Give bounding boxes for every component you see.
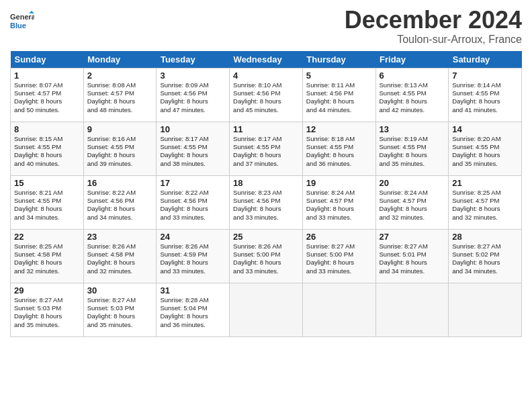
table-row: 29Sunrise: 8:27 AMSunset: 5:03 PMDayligh… xyxy=(11,283,84,336)
table-row xyxy=(449,283,522,336)
day-info: Sunset: 4:55 PM xyxy=(160,143,226,151)
day-number: 18 xyxy=(233,178,299,188)
day-info: Sunrise: 8:20 AM xyxy=(452,135,518,143)
day-info: Sunrise: 8:27 AM xyxy=(306,242,372,250)
table-row: 18Sunrise: 8:23 AMSunset: 4:56 PMDayligh… xyxy=(230,175,303,229)
day-info: Sunset: 5:01 PM xyxy=(380,250,445,259)
day-number: 22 xyxy=(14,232,80,242)
day-info: and 37 minutes. xyxy=(233,160,299,168)
day-info: Daylight: 8 hours xyxy=(14,312,80,320)
day-info: Sunset: 5:00 PM xyxy=(306,250,372,259)
day-number: 21 xyxy=(452,178,518,188)
day-info: Sunset: 5:03 PM xyxy=(87,304,153,312)
day-number: 2 xyxy=(87,71,153,81)
day-info: Sunrise: 8:22 AM xyxy=(87,189,153,197)
day-info: and 33 minutes. xyxy=(306,267,372,275)
table-row: 10Sunrise: 8:17 AMSunset: 4:55 PMDayligh… xyxy=(157,122,230,175)
day-info: Daylight: 8 hours xyxy=(306,259,372,267)
day-info: and 40 minutes. xyxy=(14,160,80,168)
col-saturday: Saturday xyxy=(449,51,522,68)
day-info: Daylight: 8 hours xyxy=(233,259,299,267)
day-info: Daylight: 8 hours xyxy=(160,97,226,105)
day-info: Daylight: 8 hours xyxy=(87,205,153,213)
day-info: Sunset: 4:55 PM xyxy=(306,143,372,151)
day-info: Sunset: 4:57 PM xyxy=(452,197,518,205)
logo-svg: General Blue xyxy=(10,11,34,35)
day-info: Sunrise: 8:28 AM xyxy=(160,296,226,304)
col-wednesday: Wednesday xyxy=(230,51,303,68)
table-row: 22Sunrise: 8:25 AMSunset: 4:58 PMDayligh… xyxy=(11,229,84,283)
table-row: 7Sunrise: 8:14 AMSunset: 4:55 PMDaylight… xyxy=(449,68,522,122)
day-info: and 36 minutes. xyxy=(306,160,372,168)
day-number: 8 xyxy=(14,124,80,134)
day-number: 5 xyxy=(306,71,372,81)
day-number: 14 xyxy=(452,124,518,134)
table-row: 21Sunrise: 8:25 AMSunset: 4:57 PMDayligh… xyxy=(449,175,522,229)
table-row: 11Sunrise: 8:17 AMSunset: 4:55 PMDayligh… xyxy=(230,122,303,175)
day-number: 9 xyxy=(87,124,153,134)
day-info: and 35 minutes. xyxy=(380,160,445,168)
day-info: Daylight: 8 hours xyxy=(233,97,299,105)
table-row: 24Sunrise: 8:26 AMSunset: 4:59 PMDayligh… xyxy=(157,229,230,283)
table-row: 28Sunrise: 8:27 AMSunset: 5:02 PMDayligh… xyxy=(449,229,522,283)
day-info: Sunset: 4:55 PM xyxy=(452,143,518,151)
day-info: Sunset: 4:55 PM xyxy=(14,143,80,151)
table-row: 6Sunrise: 8:13 AMSunset: 4:55 PMDaylight… xyxy=(375,68,449,122)
day-info: Sunset: 5:00 PM xyxy=(233,250,299,259)
day-info: Sunrise: 8:17 AM xyxy=(160,135,226,143)
day-info: and 47 minutes. xyxy=(160,106,226,114)
day-info: Sunrise: 8:15 AM xyxy=(14,135,80,143)
table-row xyxy=(302,283,375,336)
day-info: Sunrise: 8:13 AM xyxy=(380,81,445,89)
table-row: 27Sunrise: 8:27 AMSunset: 5:01 PMDayligh… xyxy=(375,229,449,283)
table-row: 25Sunrise: 8:26 AMSunset: 5:00 PMDayligh… xyxy=(230,229,303,283)
day-info: Sunset: 4:58 PM xyxy=(87,250,153,259)
day-info: Daylight: 8 hours xyxy=(87,259,153,267)
day-number: 12 xyxy=(306,124,372,134)
day-info: Sunrise: 8:27 AM xyxy=(380,242,445,250)
day-number: 10 xyxy=(160,124,226,134)
location-title: Toulon-sur-Arroux, France xyxy=(345,34,522,46)
day-info: and 41 minutes. xyxy=(452,106,518,114)
day-info: Sunset: 4:57 PM xyxy=(14,89,80,97)
day-info: and 44 minutes. xyxy=(306,106,372,114)
table-row: 26Sunrise: 8:27 AMSunset: 5:00 PMDayligh… xyxy=(302,229,375,283)
table-row: 16Sunrise: 8:22 AMSunset: 4:56 PMDayligh… xyxy=(83,175,157,229)
day-info: Daylight: 8 hours xyxy=(14,205,80,213)
day-number: 7 xyxy=(452,71,518,81)
day-info: Sunset: 5:03 PM xyxy=(14,304,80,312)
day-info: Sunset: 5:02 PM xyxy=(452,250,518,259)
day-info: Sunrise: 8:07 AM xyxy=(14,81,80,89)
day-info: and 48 minutes. xyxy=(87,106,153,114)
day-number: 23 xyxy=(87,232,153,242)
day-number: 17 xyxy=(160,178,226,188)
table-row xyxy=(230,283,303,336)
day-info: Daylight: 8 hours xyxy=(306,151,372,159)
day-info: Sunset: 4:57 PM xyxy=(380,197,445,205)
svg-text:Blue: Blue xyxy=(10,21,26,30)
day-info: Daylight: 8 hours xyxy=(160,259,226,267)
day-info: and 39 minutes. xyxy=(87,160,153,168)
day-info: Sunrise: 8:18 AM xyxy=(306,135,372,143)
col-friday: Friday xyxy=(375,51,449,68)
day-info: Daylight: 8 hours xyxy=(306,205,372,213)
day-info: Sunset: 4:55 PM xyxy=(380,143,445,151)
day-info: Sunrise: 8:26 AM xyxy=(87,242,153,250)
day-info: Sunrise: 8:10 AM xyxy=(233,81,299,89)
day-info: and 34 minutes. xyxy=(14,214,80,222)
day-info: Sunrise: 8:27 AM xyxy=(87,296,153,304)
day-info: Sunset: 4:55 PM xyxy=(452,89,518,97)
day-info: and 33 minutes. xyxy=(306,214,372,222)
table-row: 5Sunrise: 8:11 AMSunset: 4:56 PMDaylight… xyxy=(302,68,375,122)
col-sunday: Sunday xyxy=(11,51,84,68)
table-row: 31Sunrise: 8:28 AMSunset: 5:04 PMDayligh… xyxy=(157,283,230,336)
day-info: Sunset: 4:55 PM xyxy=(233,143,299,151)
day-info: Sunrise: 8:26 AM xyxy=(160,242,226,250)
day-info: and 50 minutes. xyxy=(14,106,80,114)
day-info: and 35 minutes. xyxy=(14,321,80,329)
day-info: Daylight: 8 hours xyxy=(14,259,80,267)
table-row: 17Sunrise: 8:22 AMSunset: 4:56 PMDayligh… xyxy=(157,175,230,229)
day-number: 6 xyxy=(380,71,445,81)
calendar-table: Sunday Monday Tuesday Wednesday Thursday… xyxy=(10,51,522,337)
day-info: Sunset: 4:59 PM xyxy=(160,250,226,259)
